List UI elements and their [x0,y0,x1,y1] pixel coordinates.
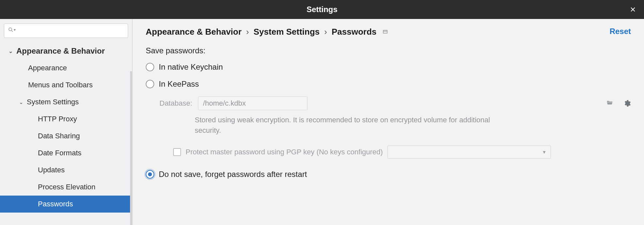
tree-label: Date Formats [38,149,81,157]
database-hint: Stored using weak encryption. It is reco… [195,115,495,136]
database-input[interactable] [198,96,307,110]
radio-icon[interactable] [146,63,154,71]
radio-keepass[interactable]: In KeePass [146,79,631,89]
search-icon[interactable]: ▾ [8,27,16,33]
tree-label: Updates [38,166,65,174]
tree-item-appearance[interactable]: Appearance [0,60,132,77]
tree-label: Appearance [28,64,67,72]
titlebar: Settings [0,0,644,19]
settings-tree: ⌄ Appearance & Behavior Appearance Menus… [0,43,132,213]
tree-item-passwords[interactable]: Passwords [0,196,132,213]
radio-label: In native Keychain [159,62,223,72]
radio-label: Do not save, forget passwords after rest… [159,170,307,179]
scrollbar[interactable] [130,71,132,225]
tree-system-settings[interactable]: ⌄ System Settings [0,94,132,111]
tree-item-process-elevation[interactable]: Process Elevation [0,179,132,196]
breadcrumb-item[interactable]: Appearance & Behavior [146,27,241,37]
pgp-label: Protect master password using PGP key (N… [186,148,383,156]
chevron-right-icon: › [324,27,327,37]
breadcrumb-item[interactable]: System Settings [254,27,320,37]
chevron-down-icon: ⌄ [8,48,13,54]
svg-rect-1 [383,30,387,33]
radio-icon[interactable] [146,170,154,179]
pgp-row: Protect master password using PGP key (N… [173,146,631,159]
tree-item-http-proxy[interactable]: HTTP Proxy [0,111,132,128]
app-body: ▾ ⌄ Appearance & Behavior Appearance Men… [0,19,644,225]
radio-label: In KeePass [159,79,199,89]
save-passwords-label: Save passwords: [146,46,631,55]
database-label: Database: [159,99,192,108]
tree-label: System Settings [27,98,79,106]
database-input-wrap [198,96,617,110]
tree-item-menus-toolbars[interactable]: Menus and Toolbars [0,77,132,94]
tree-label: HTTP Proxy [38,115,77,123]
chevron-down-icon: ▼ [542,149,547,155]
window-title: Settings [306,5,338,14]
keepass-settings: Database: Stored using weak encryption. … [159,96,631,159]
tree-label: Menus and Toolbars [28,81,93,89]
close-icon[interactable] [628,4,638,15]
tree-label: Appearance & Behavior [16,46,105,56]
radio-icon[interactable] [146,80,154,88]
reset-button[interactable]: Reset [610,27,631,36]
chevron-right-icon: › [246,27,249,37]
chevron-down-icon: ⌄ [19,99,24,105]
radio-do-not-save[interactable]: Do not save, forget passwords after rest… [146,170,631,179]
search-input[interactable] [4,24,128,38]
breadcrumb: Appearance & Behavior › System Settings … [146,27,631,37]
tree-appearance-behavior[interactable]: ⌄ Appearance & Behavior [0,43,132,60]
main-panel: Appearance & Behavior › System Settings … [133,19,644,225]
sidebar: ▾ ⌄ Appearance & Behavior Appearance Men… [0,19,133,225]
tree-item-date-formats[interactable]: Date Formats [0,145,132,162]
tree-item-updates[interactable]: Updates [0,162,132,179]
gear-icon[interactable] [623,99,631,107]
svg-point-0 [9,28,12,31]
radio-native-keychain[interactable]: In native Keychain [146,62,631,72]
folder-open-icon[interactable] [606,99,613,108]
tree-label: Passwords [38,200,73,208]
search-wrap: ▾ [0,24,132,43]
breadcrumb-item[interactable]: Passwords [332,27,376,37]
database-row: Database: [159,96,631,110]
tree-label: Process Elevation [38,183,95,191]
tree-label: Data Sharing [38,132,80,140]
window-icon [382,27,388,37]
pgp-key-select[interactable]: ▼ [388,146,551,159]
tree-item-data-sharing[interactable]: Data Sharing [0,128,132,145]
pgp-checkbox[interactable] [173,148,181,156]
